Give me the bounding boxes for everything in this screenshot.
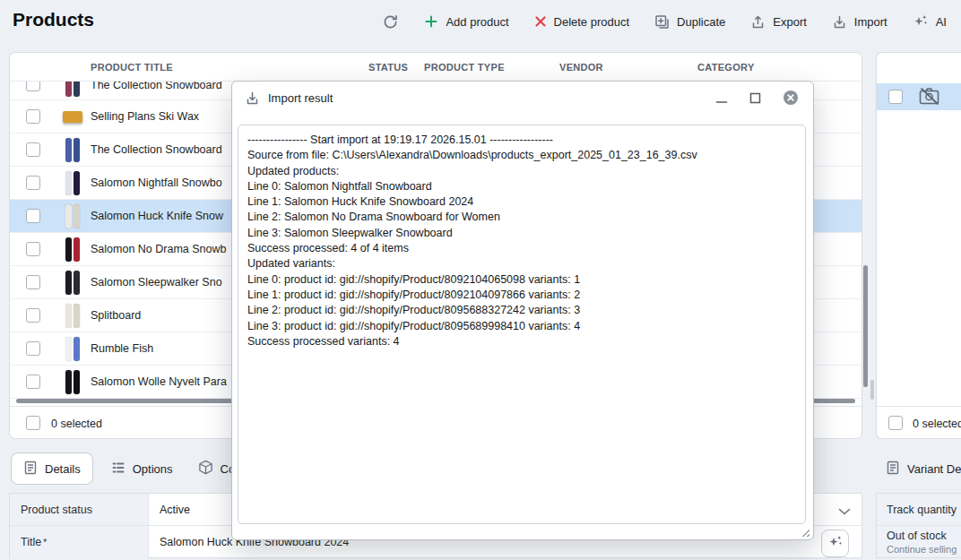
import-icon — [245, 90, 260, 109]
product-thumbnail — [59, 82, 86, 98]
log-line: Line 0: Salomon Nightfall Snowboard — [247, 179, 796, 194]
minimize-button[interactable] — [715, 94, 728, 108]
add-product-label: Add product — [446, 15, 508, 29]
column-header-category[interactable]: CATEGORY — [697, 62, 755, 73]
close-button[interactable] — [783, 90, 799, 108]
thumbnail-shape — [65, 237, 72, 262]
select-all-checkbox[interactable] — [26, 416, 40, 430]
log-line: Line 3: Salomon Sleepwalker Snowboard — [247, 226, 796, 241]
dialog-titlebar[interactable]: Import result — [232, 82, 813, 116]
row-checkbox[interactable] — [26, 341, 40, 356]
right-panel-scrollbar[interactable] — [870, 380, 874, 400]
row-checkbox[interactable] — [26, 82, 40, 91]
maximize-button[interactable] — [749, 92, 761, 107]
thumbnail-shape — [74, 304, 80, 328]
tab-options[interactable]: Options — [111, 461, 173, 478]
tab-details[interactable]: Details — [11, 452, 93, 485]
variant-property-grid: Track quantity Out of stock Continue sel… — [876, 493, 961, 558]
product-title: Selling Plans Ski Wax — [91, 110, 199, 123]
row-checkbox[interactable] — [26, 209, 40, 223]
variants-select-all-checkbox[interactable] — [888, 416, 903, 430]
column-header-product-title[interactable]: PRODUCT TITLE — [91, 62, 173, 73]
export-button[interactable]: Export — [750, 14, 807, 30]
cube-icon — [198, 460, 213, 478]
row-checkbox[interactable] — [26, 308, 40, 323]
log-line: Line 1: product id: gid://shopify/Produc… — [247, 288, 796, 303]
vertical-scrollbar[interactable] — [863, 265, 868, 387]
plus-icon — [424, 14, 438, 29]
thumbnail-shape — [74, 171, 80, 195]
tab-variant-details[interactable]: Variant De — [886, 452, 961, 485]
log-line: Line 0: product id: gid://shopify/Produc… — [247, 272, 796, 288]
product-thumbnail — [59, 104, 86, 130]
detail-tabs: Details Options Colle — [11, 452, 247, 485]
log-line: Updated products: — [247, 164, 796, 179]
variant-checkbox[interactable] — [888, 90, 903, 104]
thumbnail-shape — [65, 304, 72, 328]
thumbnail-shape — [65, 370, 72, 394]
product-status-label: Product status — [10, 494, 149, 525]
thumbnail-shape — [74, 138, 80, 162]
product-title: Splitboard — [91, 309, 141, 322]
track-quantity-label: Track quantity — [877, 494, 961, 526]
toolbar-actions: Add product Delete product Duplicate Exp… — [382, 0, 947, 43]
product-title-label: Title* — [10, 526, 149, 558]
sparkle-icon — [827, 534, 844, 553]
thumbnail-shape — [74, 204, 80, 228]
product-thumbnail — [59, 369, 86, 395]
thumbnail-shape — [65, 138, 72, 162]
column-header-product-type[interactable]: PRODUCT TYPE — [424, 62, 505, 73]
variants-selected-count: 0 selected — [913, 418, 961, 430]
variant-row[interactable] — [877, 83, 961, 110]
product-thumbnail — [59, 203, 86, 229]
product-title: Salomon Huck Knife Snow — [91, 210, 223, 222]
row-checkbox[interactable] — [26, 109, 40, 124]
log-line: Success processed: 4 of 4 items — [247, 241, 796, 256]
ai-assist-button[interactable] — [821, 530, 849, 557]
variants-footer: 0 selected — [877, 406, 961, 438]
import-result-dialog: Import result ---------------- Start imp… — [231, 81, 814, 540]
row-checkbox[interactable] — [26, 375, 40, 389]
log-line: Line 3: product id: gid://shopify/Produc… — [247, 319, 796, 334]
product-thumbnail — [59, 336, 86, 362]
product-thumbnail — [59, 303, 86, 329]
ai-label: AI — [936, 15, 947, 29]
delete-x-icon — [534, 15, 547, 28]
row-checkbox[interactable] — [26, 275, 40, 289]
product-thumbnail — [59, 237, 86, 263]
status-dropdown-button[interactable] — [838, 504, 851, 518]
product-title: The Collection Snowboard — [91, 82, 222, 91]
ai-button[interactable]: AI — [913, 13, 947, 30]
tab-details-label: Details — [45, 462, 81, 476]
import-log: ---------------- Start import at 19:19.1… — [238, 125, 806, 524]
column-header-status[interactable]: STATUS — [368, 62, 408, 73]
thumbnail-shape — [65, 337, 72, 361]
add-product-button[interactable]: Add product — [424, 14, 508, 29]
row-checkbox[interactable] — [26, 242, 40, 256]
table-header: PRODUCT TITLE STATUS PRODUCT TYPE VENDOR… — [10, 53, 861, 82]
log-line: Source from file: C:\Users\Alexandra\Dow… — [247, 148, 796, 163]
refresh-button[interactable] — [382, 13, 399, 30]
resize-grip[interactable] — [800, 527, 809, 537]
tab-variant-details-label: Variant De — [907, 462, 961, 476]
thumbnail-shape — [74, 82, 80, 97]
duplicate-button[interactable]: Duplicate — [654, 14, 725, 30]
thumbnail-shape — [65, 82, 72, 97]
column-header-vendor[interactable]: VENDOR — [559, 62, 603, 73]
selected-count: 0 selected — [51, 418, 102, 430]
product-title: Salomon Wolle Nyvelt Para — [91, 375, 227, 388]
document-icon — [886, 461, 900, 478]
delete-product-button[interactable]: Delete product — [534, 15, 630, 29]
document-icon — [23, 461, 38, 478]
product-title: Salomon Nightfall Snowbo — [91, 177, 222, 189]
product-title: The Collection Snowboard — [91, 143, 222, 156]
thumbnail-shape — [74, 237, 80, 262]
no-image-icon — [918, 86, 940, 110]
row-checkbox[interactable] — [26, 142, 40, 157]
continue-selling-label: Continue selling — [887, 544, 961, 555]
variants-list-panel: 0 selected — [876, 52, 961, 439]
row-checkbox[interactable] — [26, 176, 40, 190]
product-thumbnail — [59, 137, 86, 163]
import-button[interactable]: Import — [832, 14, 887, 30]
thumbnail-shape — [74, 337, 80, 361]
